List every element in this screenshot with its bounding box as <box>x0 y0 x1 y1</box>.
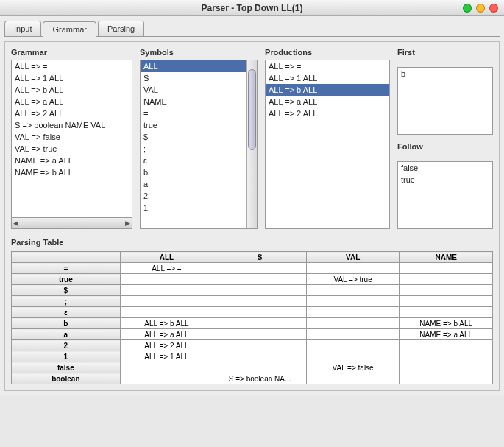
table-cell[interactable] <box>213 351 307 362</box>
table-row: bALL => b ALLNAME => b ALL <box>12 318 493 329</box>
table-row: trueVAL => true <box>12 274 493 285</box>
table-column-header[interactable]: ALL <box>120 252 213 263</box>
table-cell[interactable] <box>400 351 493 362</box>
list-item[interactable]: $ <box>141 131 257 143</box>
table-cell[interactable]: NAME => b ALL <box>400 318 493 329</box>
list-item[interactable]: ; <box>141 143 257 155</box>
table-cell[interactable] <box>213 329 307 340</box>
first-list[interactable]: b <box>397 67 493 135</box>
table-cell[interactable] <box>213 318 307 329</box>
table-cell[interactable] <box>213 296 307 307</box>
list-item[interactable]: ALL => b ALL <box>12 84 132 96</box>
list-item[interactable]: ALL <box>141 60 257 72</box>
table-cell[interactable] <box>213 274 307 285</box>
table-cell[interactable] <box>120 285 213 296</box>
table-cell[interactable]: ALL => 2 ALL <box>120 340 213 351</box>
table-cell[interactable]: VAL => false <box>306 362 400 373</box>
symbols-column: Symbols ALLSVALNAME=true$;εba21 <box>140 48 258 229</box>
list-item[interactable]: 1 <box>141 202 257 214</box>
table-cell[interactable] <box>120 296 213 307</box>
maximize-button[interactable] <box>476 4 485 13</box>
list-item[interactable]: b <box>141 166 257 178</box>
table-cell[interactable]: ALL => = <box>120 263 213 274</box>
table-cell[interactable]: VAL => true <box>306 274 400 285</box>
list-item[interactable]: false <box>398 162 492 174</box>
list-item[interactable]: VAL <box>141 84 257 96</box>
table-cell[interactable] <box>213 285 307 296</box>
table-cell[interactable] <box>306 329 400 340</box>
list-item[interactable]: VAL => false <box>12 131 132 143</box>
list-item[interactable]: true <box>141 119 257 131</box>
list-item[interactable]: 2 <box>141 190 257 202</box>
list-item[interactable]: a <box>141 178 257 190</box>
scroll-left-icon[interactable]: ◀ <box>13 219 18 227</box>
table-cell[interactable] <box>213 307 307 318</box>
list-item[interactable]: S => boolean NAME VAL <box>12 119 132 131</box>
list-item[interactable]: NAME => a ALL <box>12 155 132 166</box>
list-item[interactable]: NAME => b ALL <box>12 166 132 178</box>
scroll-right-icon[interactable]: ▶ <box>125 219 130 227</box>
list-item[interactable]: ALL => a ALL <box>266 96 389 108</box>
list-item[interactable]: ALL => = <box>12 60 132 72</box>
table-cell[interactable] <box>306 318 400 329</box>
table-column-header[interactable]: VAL <box>306 252 400 263</box>
table-cell[interactable] <box>306 307 400 318</box>
table-cell[interactable] <box>306 373 400 384</box>
list-item[interactable]: = <box>141 108 257 119</box>
symbols-list[interactable]: ALLSVALNAME=true$;εba21 <box>140 60 258 229</box>
tab-input[interactable]: Input <box>4 21 41 36</box>
table-cell[interactable] <box>400 263 493 274</box>
table-cell[interactable] <box>306 263 400 274</box>
table-column-header[interactable]: NAME <box>400 252 493 263</box>
grammar-hscroll[interactable]: ◀ ▶ <box>11 218 132 229</box>
table-cell[interactable]: ALL => a ALL <box>120 329 213 340</box>
table-cell[interactable]: ALL => 1 ALL <box>120 351 213 362</box>
list-item[interactable]: S <box>141 72 257 84</box>
first-title: First <box>397 48 493 57</box>
table-cell[interactable] <box>400 362 493 373</box>
grammar-list[interactable]: ALL => =ALL => 1 ALLALL => b ALLALL => a… <box>11 60 132 218</box>
table-column-header[interactable]: S <box>213 252 307 263</box>
table-cell[interactable] <box>400 285 493 296</box>
table-cell[interactable] <box>400 373 493 384</box>
minimize-button[interactable] <box>463 4 472 13</box>
follow-list[interactable]: falsetrue <box>397 161 493 229</box>
table-cell[interactable] <box>213 340 307 351</box>
list-item[interactable]: b <box>398 68 492 80</box>
table-corner <box>12 252 121 263</box>
list-item[interactable]: true <box>398 174 492 186</box>
table-cell[interactable] <box>306 296 400 307</box>
list-item[interactable]: ALL => 2 ALL <box>266 108 389 119</box>
close-button[interactable] <box>489 4 498 13</box>
list-item[interactable]: VAL => true <box>12 143 132 155</box>
table-cell[interactable] <box>120 373 213 384</box>
table-cell[interactable] <box>306 340 400 351</box>
table-cell[interactable] <box>213 362 307 373</box>
list-item[interactable]: ALL => a ALL <box>12 96 132 108</box>
list-item[interactable]: ALL => 1 ALL <box>12 72 132 84</box>
table-cell[interactable] <box>400 296 493 307</box>
list-item[interactable]: NAME <box>141 96 257 108</box>
table-cell[interactable] <box>400 307 493 318</box>
productions-list[interactable]: ALL => =ALL => 1 ALLALL => b ALLALL => a… <box>265 60 390 229</box>
table-cell[interactable] <box>306 285 400 296</box>
list-item[interactable]: ALL => 1 ALL <box>266 72 389 84</box>
table-cell[interactable]: S => boolean NA... <box>213 373 307 384</box>
table-cell[interactable] <box>400 274 493 285</box>
table-cell[interactable] <box>120 362 213 373</box>
table-cell[interactable]: NAME => a ALL <box>400 329 493 340</box>
list-item[interactable]: ALL => 2 ALL <box>12 108 132 119</box>
table-cell[interactable]: ALL => b ALL <box>120 318 213 329</box>
table-cell[interactable] <box>120 307 213 318</box>
symbols-vscroll[interactable] <box>246 60 257 228</box>
list-item[interactable]: ALL => b ALL <box>266 84 389 96</box>
table-cell[interactable] <box>400 340 493 351</box>
tab-grammar[interactable]: Grammar <box>43 21 96 37</box>
scroll-thumb[interactable] <box>248 69 256 150</box>
table-cell[interactable] <box>120 274 213 285</box>
table-cell[interactable] <box>213 263 307 274</box>
tab-parsing[interactable]: Parsing <box>98 21 144 36</box>
list-item[interactable]: ALL => = <box>266 60 389 72</box>
table-cell[interactable] <box>306 351 400 362</box>
list-item[interactable]: ε <box>141 155 257 166</box>
